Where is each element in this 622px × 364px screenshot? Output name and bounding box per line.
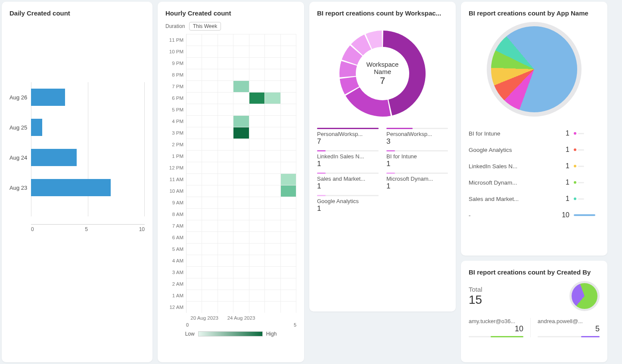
heat-cell[interactable]	[281, 278, 296, 290]
heat-cell[interactable]	[218, 301, 233, 313]
heat-cell[interactable]	[249, 80, 265, 92]
workspace-donut[interactable]: Workspace Name 7	[335, 26, 430, 121]
heat-cell[interactable]	[187, 290, 202, 301]
heat-cell[interactable]	[233, 197, 249, 208]
heat-cell[interactable]	[202, 231, 218, 243]
heat-cell[interactable]	[202, 301, 218, 313]
heat-cell[interactable]	[187, 173, 202, 185]
heat-cell[interactable]	[202, 69, 218, 80]
appname-pie[interactable]	[487, 22, 582, 117]
heat-cell[interactable]	[187, 208, 202, 220]
heat-cell[interactable]	[249, 104, 265, 115]
heat-cell[interactable]	[187, 104, 202, 115]
createdby-legend-item[interactable]: amy.tucker@o36...10	[469, 318, 531, 337]
heat-cell[interactable]	[233, 162, 249, 173]
heat-cell[interactable]	[187, 197, 202, 208]
heat-cell[interactable]	[249, 69, 265, 80]
heat-cell[interactable]	[249, 92, 265, 104]
bar-fill[interactable]	[31, 119, 42, 136]
heat-cell[interactable]	[265, 139, 280, 150]
heat-cell[interactable]	[233, 173, 249, 185]
heat-cell[interactable]	[265, 255, 280, 266]
heat-cell[interactable]	[249, 185, 265, 197]
heat-cell[interactable]	[202, 266, 218, 278]
heat-cell[interactable]	[218, 150, 233, 162]
heat-cell[interactable]	[218, 231, 233, 243]
heat-cell[interactable]	[281, 290, 296, 301]
heat-cell[interactable]	[233, 208, 249, 220]
heat-cell[interactable]	[233, 69, 249, 80]
heat-cell[interactable]	[281, 127, 296, 139]
donut-slice[interactable]	[345, 87, 391, 117]
heat-cell[interactable]	[265, 243, 280, 255]
appname-legend-row[interactable]: Microsoft Dynam...1	[469, 174, 600, 191]
heat-cell[interactable]	[281, 139, 296, 150]
heat-cell[interactable]	[218, 69, 233, 80]
bar-fill[interactable]	[31, 149, 77, 166]
workspace-legend-item[interactable]: BI for Intune1	[386, 150, 448, 168]
heat-cell[interactable]	[202, 115, 218, 127]
heat-cell[interactable]	[218, 278, 233, 290]
duration-pill[interactable]: This Week	[189, 22, 221, 31]
heat-cell[interactable]	[218, 104, 233, 115]
heat-cell[interactable]	[187, 80, 202, 92]
heat-cell[interactable]	[187, 243, 202, 255]
heat-cell[interactable]	[202, 57, 218, 69]
heat-cell[interactable]	[281, 46, 296, 57]
heat-cell[interactable]	[218, 185, 233, 197]
heat-cell[interactable]	[218, 80, 233, 92]
heat-cell[interactable]	[265, 231, 280, 243]
heat-cell[interactable]	[249, 46, 265, 57]
bar-fill[interactable]	[31, 89, 65, 106]
heat-cell[interactable]	[281, 162, 296, 173]
workspace-legend-item[interactable]: LinkedIn Sales N...1	[317, 150, 379, 168]
heat-cell[interactable]	[281, 69, 296, 80]
heat-cell[interactable]	[233, 301, 249, 313]
heat-cell[interactable]	[233, 150, 249, 162]
heat-cell[interactable]	[187, 255, 202, 266]
heat-cell[interactable]	[281, 92, 296, 104]
heat-cell[interactable]	[249, 208, 265, 220]
heat-cell[interactable]	[265, 104, 280, 115]
heat-cell[interactable]	[187, 266, 202, 278]
heat-cell[interactable]	[202, 255, 218, 266]
heat-cell[interactable]	[187, 127, 202, 139]
heat-cell[interactable]	[265, 278, 280, 290]
heat-cell[interactable]	[218, 92, 233, 104]
appname-legend-row[interactable]: Sales and Market...1	[469, 191, 600, 207]
hourly-heatmap[interactable]: 11 PM10 PM9 PM8 PM7 PM6 PM5 PM4 PM3 PM2 …	[165, 34, 296, 313]
heat-cell[interactable]	[233, 231, 249, 243]
heat-cell[interactable]	[265, 290, 280, 301]
heat-cell[interactable]	[249, 150, 265, 162]
heat-cell[interactable]	[233, 57, 249, 69]
heat-cell[interactable]	[265, 173, 280, 185]
heat-cell[interactable]	[202, 139, 218, 150]
heat-cell[interactable]	[218, 255, 233, 266]
heat-cell[interactable]	[187, 34, 202, 46]
heat-cell[interactable]	[202, 80, 218, 92]
heat-cell[interactable]	[265, 57, 280, 69]
heat-cell[interactable]	[249, 57, 265, 69]
heat-cell[interactable]	[218, 243, 233, 255]
heat-cell[interactable]	[233, 104, 249, 115]
heat-cell[interactable]	[202, 278, 218, 290]
heat-cell[interactable]	[265, 115, 280, 127]
heat-cell[interactable]	[233, 278, 249, 290]
heat-cell[interactable]	[187, 220, 202, 231]
heat-cell[interactable]	[281, 34, 296, 46]
heat-cell[interactable]	[281, 115, 296, 127]
heat-cell[interactable]	[281, 243, 296, 255]
heat-cell[interactable]	[281, 255, 296, 266]
heat-cell[interactable]	[249, 290, 265, 301]
heat-cell[interactable]	[187, 162, 202, 173]
heat-cell[interactable]	[249, 278, 265, 290]
heat-cell[interactable]	[265, 92, 280, 104]
heat-cell[interactable]	[249, 231, 265, 243]
heat-cell[interactable]	[249, 255, 265, 266]
heat-cell[interactable]	[202, 34, 218, 46]
heat-cell[interactable]	[265, 150, 280, 162]
heat-cell[interactable]	[218, 220, 233, 231]
heat-cell[interactable]	[187, 69, 202, 80]
heat-cell[interactable]	[249, 173, 265, 185]
heat-cell[interactable]	[249, 139, 265, 150]
